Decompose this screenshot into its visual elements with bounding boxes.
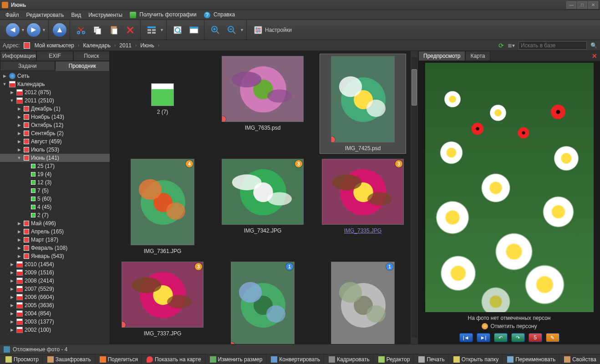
tree-toggle-icon[interactable]: ▶ [9,311,15,316]
deferred-photos-label[interactable]: Отложенные фото - 4 [13,346,68,353]
tree-toggle-icon[interactable]: ▼ [9,98,15,103]
edit-preview-button[interactable]: ✎ [546,333,559,342]
refresh-icon[interactable]: ⟳ [498,42,504,49]
paste-button[interactable] [106,22,122,38]
crumb-calendar[interactable]: Календарь [82,42,112,49]
editor-button[interactable]: Редактор [375,354,414,364]
menu-file[interactable]: Файл [3,11,22,19]
vertical-scrollbar[interactable] [411,51,418,344]
scrollbar-handle[interactable] [412,69,417,106]
tree-toggle-icon[interactable]: ▶ [16,246,22,250]
tree-toggle-icon[interactable]: ▶ [9,319,15,324]
delete-button[interactable] [122,22,138,38]
thumbnail-item[interactable]: 1 img_7979.jpg [219,259,306,344]
tree-node[interactable]: 25 (17) [0,162,110,170]
tree-node[interactable]: ▶ 2007 (5529) [0,285,110,293]
nav-back-history-dropdown[interactable]: ▼ [21,28,25,32]
tree-node[interactable]: ▶ 2006 (6604) [0,293,110,301]
thumbnail-pane[interactable]: 2 (7) IMG_7635.psd IMG_7425.psd 4 IM [110,51,418,344]
preview-image[interactable] [425,63,594,312]
zoom-in-button[interactable] [208,22,223,38]
nav-forward-button[interactable]: ► [26,22,41,38]
view-button[interactable]: Просмотр [2,354,43,364]
resize-button[interactable]: Изменить размер [206,354,267,364]
tree-toggle-icon[interactable]: ▶ [9,270,15,275]
prev-image-button[interactable]: |◄ [459,333,473,342]
tree-toggle-icon[interactable]: ▶ [16,238,22,242]
tree-toggle-icon[interactable]: ▶ [16,221,22,226]
tree-node[interactable]: ▶ Ноябрь (143) [0,113,110,121]
thumbnail-item[interactable]: 1 img_4117.psd [320,259,406,344]
tree-node[interactable]: ▼ 2011 (2510) [0,96,110,105]
tab-explorer[interactable]: Проводник [55,61,110,71]
slideshow-button[interactable] [186,22,202,38]
view-thumbnails-button[interactable] [144,22,159,38]
tree-node[interactable]: ▶ 2003 (1377) [0,318,110,326]
crumb-month[interactable]: Июнь [139,42,155,49]
tree-node[interactable]: ▶ Апрель (165) [0,228,110,236]
tab-map[interactable]: Карта [465,51,490,61]
tree-node[interactable]: ▶ Январь (543) [0,252,110,260]
tab-preview[interactable]: Предпросмотр [418,51,465,61]
tree-node[interactable]: 7 (5) [0,187,110,195]
zoom-out-button[interactable] [224,22,239,38]
tree-toggle-icon[interactable]: ▼ [16,156,22,160]
tree-toggle-icon[interactable]: ▶ [9,295,15,299]
maximize-button[interactable]: □ [577,1,587,9]
tab-tasks[interactable]: Задачи [0,61,55,71]
tree-node[interactable]: ▶ 2008 (2414) [0,277,110,285]
thumbnail-item[interactable]: 2 (7) [119,54,206,154]
menu-help[interactable]: ? Справка [201,10,238,19]
menu-edit[interactable]: Редактировать [24,11,67,19]
tree-toggle-icon[interactable]: ▼ [2,82,7,86]
tree-node[interactable]: ▶ 2002 (100) [0,326,110,334]
thumbnail-item[interactable]: IMG_7425.psd [320,54,406,154]
tree-node[interactable]: ▶ Август (459) [0,137,110,146]
convert-button[interactable]: Конвертировать [267,354,324,364]
preview-button[interactable] [170,22,185,38]
show-on-map-button[interactable]: Показать на карте [143,354,205,364]
print-button[interactable]: Печать [415,354,448,364]
tag-person-link[interactable]: Отметить персону [482,323,537,329]
tree-toggle-icon[interactable]: ▶ [9,303,15,308]
folder-tree[interactable]: ▶ Сеть▼ Календарь▶ 2012 (875)▼ 2011 (251… [0,71,110,344]
tree-node[interactable]: ▶ Октябрь (12) [0,121,110,129]
rotate-left-button[interactable]: ↶ [494,333,508,342]
settings-button[interactable]: Настройки [250,22,299,38]
tree-node[interactable]: ▶ Март (187) [0,236,110,244]
tree-node[interactable]: 12 (3) [0,178,110,187]
close-button[interactable]: ✕ [588,1,598,9]
crumb-mycomputer[interactable]: Мой компьютер [34,42,75,49]
thumbnail-item[interactable]: 4 IMG_7361.JPG [119,157,206,257]
menu-get-photos[interactable]: Получить фотографии [127,10,199,19]
menu-view[interactable]: Вид [68,11,84,19]
tree-node[interactable]: 4 (45) [0,203,110,211]
tree-node[interactable]: 5 (60) [0,195,110,203]
tree-node[interactable]: 19 (4) [0,170,110,178]
next-image-button[interactable]: ►| [477,333,490,342]
nav-back-button[interactable]: ◄ [5,22,20,38]
cut-button[interactable] [73,22,89,38]
tree-node[interactable]: ▶ 2012 (875) [0,88,110,96]
tree-node[interactable]: ▶ Сентябрь (2) [0,129,110,137]
copy-button[interactable] [90,22,105,38]
tab-info[interactable]: Информация [0,51,36,61]
tree-toggle-icon[interactable]: ▶ [16,139,22,144]
tree-node[interactable]: ▶ 2009 (1516) [0,268,110,277]
thumbnail-item[interactable]: 3 IMG_7342.JPG [219,157,306,257]
tree-toggle-icon[interactable]: ▶ [16,106,22,111]
thumbnail-item[interactable]: 3 IMG_7337.JPG [119,259,206,344]
tree-toggle-icon[interactable]: ▶ [16,115,22,119]
tree-toggle-icon[interactable]: ▶ [9,287,15,291]
tree-node[interactable]: ▶ Сеть [0,72,110,80]
tab-search[interactable]: Поиск [73,51,110,61]
properties-button[interactable]: Свойства [560,354,600,364]
tree-node[interactable]: ▼ Календарь [0,80,110,88]
minimize-button[interactable]: — [566,1,576,9]
tree-toggle-icon[interactable]: ▶ [16,229,22,234]
tree-node[interactable]: ▶ Июль (253) [0,146,110,154]
rotate-right-button[interactable]: ↷ [511,333,525,342]
tree-node[interactable]: ▶ Май (496) [0,219,110,228]
tree-node[interactable]: ▶ Февраль (108) [0,244,110,252]
open-folder-button[interactable]: Открыть папку [450,354,503,364]
